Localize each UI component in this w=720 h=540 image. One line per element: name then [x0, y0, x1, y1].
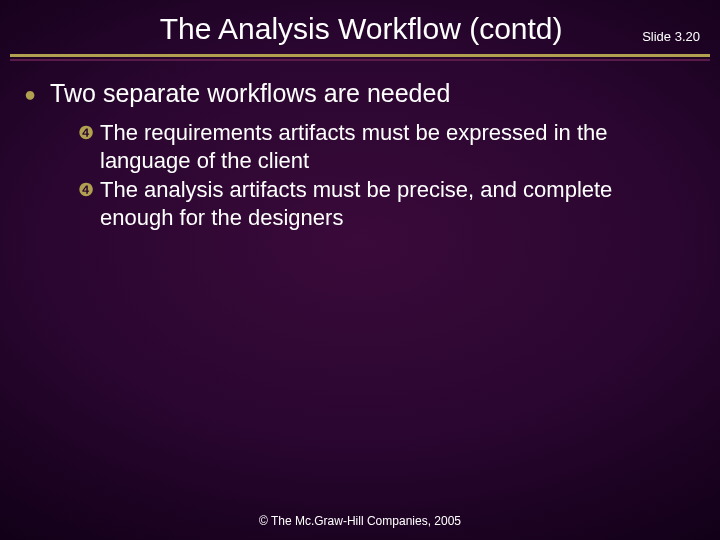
slide-footer: © The Mc.Graw-Hill Companies, 2005: [0, 514, 720, 528]
bullet-arrow-icon: ❹: [78, 176, 94, 204]
copyright-text: © The Mc.Graw-Hill Companies, 2005: [259, 514, 461, 528]
main-point-text: Two separate workflows are needed: [50, 79, 696, 108]
slide: The Analysis Workflow (contd) Slide 3.20…: [0, 0, 720, 540]
sub-point-text: The requirements artifacts must be expre…: [100, 119, 686, 174]
bullet-arrow-icon: ❹: [78, 119, 94, 147]
sub-point-text: The analysis artifacts must be precise, …: [100, 176, 686, 231]
bullet-round-icon: ●: [24, 79, 36, 109]
slide-header: The Analysis Workflow (contd) Slide 3.20: [0, 0, 720, 52]
sub-point: ❹ The requirements artifacts must be exp…: [78, 119, 686, 174]
header-divider: [10, 54, 710, 61]
sub-point-list: ❹ The requirements artifacts must be exp…: [24, 119, 696, 231]
slide-title: The Analysis Workflow (contd): [20, 12, 642, 46]
sub-point: ❹ The analysis artifacts must be precise…: [78, 176, 686, 231]
slide-number: Slide 3.20: [642, 15, 700, 44]
slide-content: ● Two separate workflows are needed ❹ Th…: [0, 61, 720, 231]
main-point: ● Two separate workflows are needed: [24, 79, 696, 109]
